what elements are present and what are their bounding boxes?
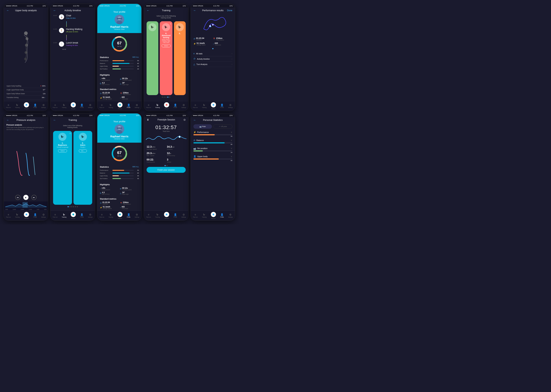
stat-bar-bg-perf (113, 60, 134, 61)
training-card-advanced[interactable]: ℹ ⛷ 4. Advanced turning Steep Slopes · C… (160, 21, 172, 95)
past-run-icon-4: ≡ (148, 104, 149, 106)
rewind-button[interactable]: ⏮ (15, 195, 20, 200)
ps-ub-arrow[interactable]: ∨ (231, 155, 232, 158)
tab-past-run-2[interactable]: ≡ Past run (53, 104, 57, 108)
tab-training-7[interactable]: ⛷Training (62, 213, 66, 218)
tab-past-run-1[interactable]: ≡ Past run (6, 104, 11, 108)
timeline-graph[interactable]: 9AM 10AM 11AM 12AM 1AM 1AM (4, 201, 48, 210)
back-button-7[interactable]: ← (53, 119, 56, 122)
select-button-beginners[interactable]: Select (58, 149, 67, 152)
tab-training-10[interactable]: ⛷Training (202, 213, 207, 218)
tab-settings-9[interactable]: ⚙Settings (182, 213, 186, 218)
timeline-circle-1: 🚡 (59, 14, 64, 20)
tab-record-7[interactable]: Record (71, 212, 76, 219)
session-settings-icon[interactable]: ⊙ (184, 118, 186, 121)
offpiste-toggle-button[interactable]: ↗ Off piste (213, 124, 232, 129)
tab-record-10[interactable]: Record (211, 212, 216, 219)
back-button-1[interactable]: ← (7, 9, 9, 12)
tab-rec-8[interactable]: Record (117, 212, 122, 219)
tab-record-9[interactable]: Record (164, 212, 169, 219)
tab-record-6[interactable]: Record (24, 212, 29, 219)
tab-settings-3[interactable]: ⚙Settings (135, 104, 139, 108)
tab-record-5[interactable]: Record (211, 102, 216, 109)
tab-training-4[interactable]: ⛷Training (155, 104, 160, 108)
perf-link-turn[interactable]: △ Turn Analysis › (193, 62, 232, 67)
tab-prof-8[interactable]: 👤Profile (127, 213, 130, 218)
perf-stat-time: ⏱ 01:23:34 Total time (193, 36, 213, 41)
tab-training-3[interactable]: ⛷Training (109, 104, 113, 108)
tab-past-run-9[interactable]: ≡Past run (146, 213, 151, 218)
tab-profile-3[interactable]: 👤Profile (127, 104, 130, 108)
perf-link-timeline[interactable]: ⏱ Activity timeline › (193, 56, 232, 62)
tab-record-2[interactable]: Record (71, 102, 76, 109)
hl-icon-3-8: G (100, 192, 101, 194)
tab-pr-8[interactable]: ≡Past run (99, 213, 104, 218)
tab-training-1[interactable]: ⛷ Training (15, 104, 20, 108)
training-subtitle-7: Select one of the followingtraining leve… (63, 125, 82, 128)
ps-perf-icon: ⚡ (193, 131, 196, 133)
set-i-8: ⚙ (136, 213, 138, 216)
tab-set-8[interactable]: ⚙Settings (135, 213, 139, 218)
tab-settings-1[interactable]: ⚙ Settings (41, 104, 46, 108)
back-button-6[interactable]: ← (7, 119, 9, 122)
training-icon-6: ⛷ (16, 213, 19, 216)
stat-bal-val-8: 80 (135, 172, 139, 174)
done-button-5[interactable]: Done (227, 9, 232, 12)
tab-past-run-5[interactable]: ≡Past run (193, 104, 198, 108)
tab-settings-10[interactable]: ⚙Settings (228, 213, 233, 218)
tab-settings-4[interactable]: ⚙Settings (182, 104, 186, 108)
tab-past-run-3[interactable]: ≡Past run (99, 104, 104, 108)
tab-profile-9[interactable]: 👤Profile (174, 213, 177, 218)
select-button-intern[interactable]: Sel... (79, 149, 87, 152)
ps-sp-arrow[interactable]: ∨ (231, 147, 232, 150)
perf-link-allstats[interactable]: ≡ All stats › (193, 51, 232, 56)
tab-past-run-4[interactable]: ≡Past run (146, 104, 151, 108)
fastforward-button[interactable]: ⏭ (31, 195, 36, 200)
ps-bal-arrow[interactable]: ∨ (231, 139, 232, 141)
tab-record-4[interactable]: Record (164, 102, 169, 109)
tab-profile-1[interactable]: 👤 Profile (33, 104, 37, 108)
tab-profile-4[interactable]: 👤Profile (174, 104, 177, 108)
profile-icon-4: 👤 (174, 104, 177, 106)
allstats-icon: ≡ (193, 52, 195, 55)
tab-record-1[interactable]: Record (24, 102, 29, 109)
tab-past-run-6[interactable]: ≡Past run (6, 213, 11, 218)
tab-past-run-10[interactable]: ≡Past run (193, 213, 198, 218)
finish-session-button[interactable]: Finish your session (147, 167, 185, 173)
see-all-button[interactable]: SEE ALL (132, 56, 139, 58)
tab-settings-5[interactable]: ⚙Settings (228, 104, 233, 108)
tab-profile-10[interactable]: 👤Profile (220, 213, 224, 218)
tab-settings-2[interactable]: ⚙ Settings (88, 104, 92, 108)
tab-past-run-7[interactable]: ≡Past run (53, 213, 57, 218)
sess-jumps-val: 3 (167, 158, 168, 161)
back-button-2[interactable]: ← (53, 9, 56, 12)
tab-training-6[interactable]: ⛷Training (15, 213, 20, 218)
pr-l1-8: Past run (99, 217, 104, 218)
tab-training-5[interactable]: ⛷Training (202, 104, 207, 108)
ps-perf-arrow[interactable]: ∨ (231, 131, 232, 133)
tab-settings-7[interactable]: ⚙Settings (88, 213, 92, 218)
see-all-8[interactable]: SEE ALL (132, 166, 139, 168)
training-card-intern[interactable]: ⛷ 2. Intern Plough p Sel... (73, 131, 92, 205)
training-card-beginners[interactable]: ℹ ⛷ 1. Beginners Turning Snowplough Sele… (53, 131, 72, 205)
back-button-10[interactable]: ← (193, 119, 196, 122)
pause-icon[interactable]: ⏸ (147, 118, 149, 121)
profile-header-8: Your profile Raphael Harris Advance Skie… (97, 117, 141, 143)
std-i1-8: ⏱ (100, 202, 102, 204)
back-button-5[interactable]: ← (193, 9, 196, 12)
tab-profile-7[interactable]: 👤Profile (80, 213, 84, 218)
tab-tr-8[interactable]: ⛷Training (109, 213, 113, 218)
tab-training-2[interactable]: ⛷ Training (62, 104, 66, 108)
tab-settings-6[interactable]: ⚙Settings (41, 213, 46, 218)
tab-training-9[interactable]: ⛷Training (155, 213, 160, 218)
sess-avg-speed-unit: MPH (152, 146, 155, 148)
play-button[interactable]: ▶ (23, 195, 28, 200)
tab-profile-5[interactable]: 👤Profile (220, 104, 224, 108)
piste-toggle-button[interactable]: 🎿 Piste (193, 124, 212, 129)
tab-profile-2[interactable]: 👤 Profile (80, 104, 84, 108)
tab-record-3[interactable]: Record (117, 102, 122, 109)
select-button-advanced[interactable]: Select (162, 44, 170, 47)
rec-l-8: Record (118, 218, 122, 219)
back-button-4[interactable]: ← (147, 9, 149, 12)
tab-profile-6[interactable]: 👤Profile (33, 213, 37, 218)
